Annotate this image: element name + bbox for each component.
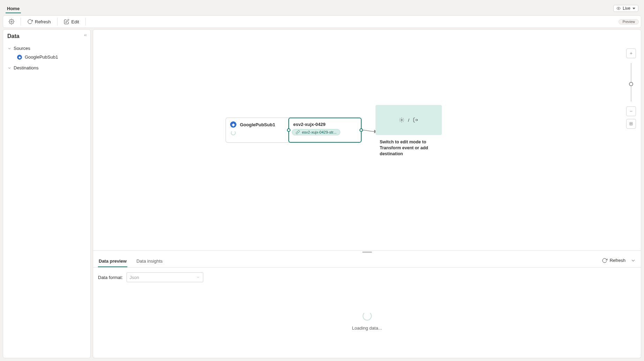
chevron-down-icon [632,8,635,9]
zoom-out-button[interactable] [626,106,636,116]
tree-item-label: GooglePubSub1 [25,54,58,60]
canvas[interactable]: ◆ GooglePubSub1 [93,29,641,251]
chip-label: esv2-xujx-0429-str... [302,130,336,134]
preview-badge: Preview [619,19,639,24]
svg-rect-7 [631,123,632,125]
zoom-in-button[interactable] [626,48,636,58]
side-panel: Data Sources ◆ GooglePubSub1 Destination… [3,29,91,358]
refresh-label: Refresh [609,258,626,263]
refresh-button[interactable]: Refresh [24,17,54,26]
data-format-label: Data format: [98,275,123,280]
svg-rect-6 [630,122,632,125]
loading-text: Loading data... [352,325,382,331]
slash-separator: / [408,118,409,123]
input-port[interactable] [287,128,290,132]
refresh-icon [27,19,33,24]
tree-group-destinations[interactable]: Destinations [7,64,86,72]
stream-chip[interactable]: esv2-xujx-0429-str... [292,129,340,135]
zoom-slider[interactable] [631,63,631,101]
node-stream[interactable]: esv2-xujx-0429 esv2-xujx-0429-str... [288,118,362,143]
output-icon [413,117,418,123]
tree-item-googlepubsub1[interactable]: ◆ GooglePubSub1 [7,52,86,62]
chevron-down-icon [7,66,12,70]
panel-resize-handle[interactable] [93,251,641,254]
mode-label: Live [623,6,630,11]
settings-button[interactable] [5,17,18,26]
select-value: Json [130,275,139,280]
gear-icon [9,19,14,24]
fit-icon [629,122,633,126]
separator [85,18,86,25]
pubsub-icon: ◆ [17,55,22,60]
toolbar: Refresh Edit Preview [3,15,641,28]
node-title: GooglePubSub1 [240,122,275,127]
link-icon [296,130,300,134]
svg-point-5 [401,119,402,121]
tab-data-preview[interactable]: Data preview [98,255,127,267]
node-destination-placeholder[interactable]: / Switch to edit mode to Transform event… [376,105,442,161]
mode-dropdown[interactable]: Live [613,5,638,12]
destination-hint: Switch to edit mode to Transform event o… [376,135,442,161]
edit-icon [64,19,69,24]
svg-point-1 [11,21,12,22]
plus-icon [629,51,633,55]
refresh-icon [602,258,607,263]
edit-button[interactable]: Edit [60,17,83,26]
refresh-label: Refresh [35,19,51,24]
zoom-controls [626,48,636,129]
eye-icon [616,6,621,10]
bottom-panel: Data preview Data insights Refresh Data … [93,254,641,358]
separator [21,18,21,25]
data-format-select[interactable]: Json [127,272,203,282]
chevron-down-icon[interactable] [630,258,636,263]
chevron-down-icon [196,275,200,279]
group-label: Sources [14,46,30,51]
svg-point-0 [618,8,619,9]
preview-refresh-button[interactable]: Refresh [602,258,626,263]
pubsub-icon: ◆ [230,121,236,128]
transform-icon [399,117,404,123]
node-title: esv2-xujx-0429 [293,122,326,127]
grip-icon [362,251,372,253]
group-label: Destinations [14,65,39,70]
side-title: Data [7,33,86,39]
tab-data-insights[interactable]: Data insights [136,255,163,267]
loading-spinner-icon [231,130,236,135]
fit-screen-button[interactable] [626,119,636,129]
separator [57,18,58,25]
tab-home[interactable]: Home [6,4,21,13]
edit-label: Edit [71,19,79,24]
collapse-panel-button[interactable] [83,33,88,38]
chevron-down-icon [7,46,12,51]
zoom-handle[interactable] [629,82,633,86]
tree-group-sources[interactable]: Sources [7,44,86,52]
output-port[interactable] [359,128,363,132]
loading-spinner-icon [363,311,372,321]
chevron-double-left-icon [83,33,88,37]
minus-icon [629,109,633,113]
